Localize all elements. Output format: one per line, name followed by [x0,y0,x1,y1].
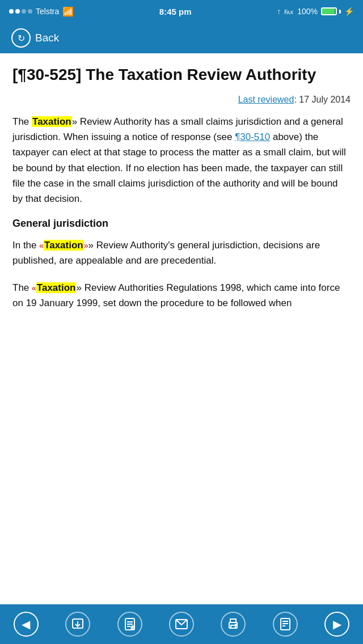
red-arrow-right-2: » [84,241,88,250]
charging-icon: ⚡ [344,7,354,16]
paragraph-3: The «Taxation» Review Authorities Regula… [12,280,351,311]
status-right: ↑ ℻ 100% ⚡ [277,7,354,16]
last-reviewed: Last reviewed: 17 July 2014 [12,95,351,105]
time-display: 8:45 pm [159,7,192,16]
toolbar-print-button[interactable] [221,612,246,637]
wifi-icon: 📶 [62,6,74,17]
toolbar-download-button[interactable] [65,612,90,637]
paragraph-1: The Taxation» Review Authority has a sma… [12,114,351,206]
back-button[interactable]: ↻ Back [11,28,59,48]
svg-rect-12 [231,625,235,628]
toolbar-back-button[interactable]: ◀ [14,612,39,637]
bluetooth-icon: ℻ [284,7,294,16]
back-icon: ↻ [11,28,31,48]
red-arrow-left-3: « [32,283,36,293]
paragraph-2: In the «Taxation»» Review Authority's ge… [12,238,351,268]
last-reviewed-link[interactable]: Last reviewed [238,95,294,104]
page-title: [¶30-525] The Taxation Review Authority [12,65,351,84]
highlight-taxation-3: Taxation [36,282,77,293]
p3-text-before: The [12,282,32,293]
nav-bar: ↻ Back [0,23,363,53]
location-icon: ↑ [277,7,281,16]
red-arrow-left-2: « [39,241,44,250]
highlight-taxation-2: Taxation [44,240,84,251]
battery-indicator [321,7,341,15]
bottom-toolbar: ◀ [0,604,363,644]
toolbar-email-button[interactable] [169,612,194,637]
battery-percent: 100% [297,7,318,16]
svg-rect-11 [230,619,236,622]
toolbar-notes-button[interactable] [273,612,298,637]
toolbar-document-button[interactable] [117,612,142,637]
p2-text-before: In the [12,240,39,251]
status-left: Telstra 📶 [9,6,74,17]
p1-text-after: above) the taxpayer can elect at that st… [12,132,346,204]
p1-text-before-highlight: The [12,116,32,127]
back-label: Back [35,32,59,44]
highlight-taxation-1: Taxation [32,116,72,127]
last-reviewed-date: : 17 July 2014 [294,95,351,104]
section-heading-general: General jurisdiction [12,218,351,230]
status-bar: Telstra 📶 8:45 pm ↑ ℻ 100% ⚡ [0,0,363,23]
signal-strength [9,9,32,14]
para1-link[interactable]: ¶30-510 [235,132,270,142]
svg-point-13 [235,624,237,625]
carrier-label: Telstra [36,7,59,16]
toolbar-forward-button[interactable]: ▶ [324,612,349,637]
content-area: [¶30-525] The Taxation Review Authority … [0,53,363,333]
